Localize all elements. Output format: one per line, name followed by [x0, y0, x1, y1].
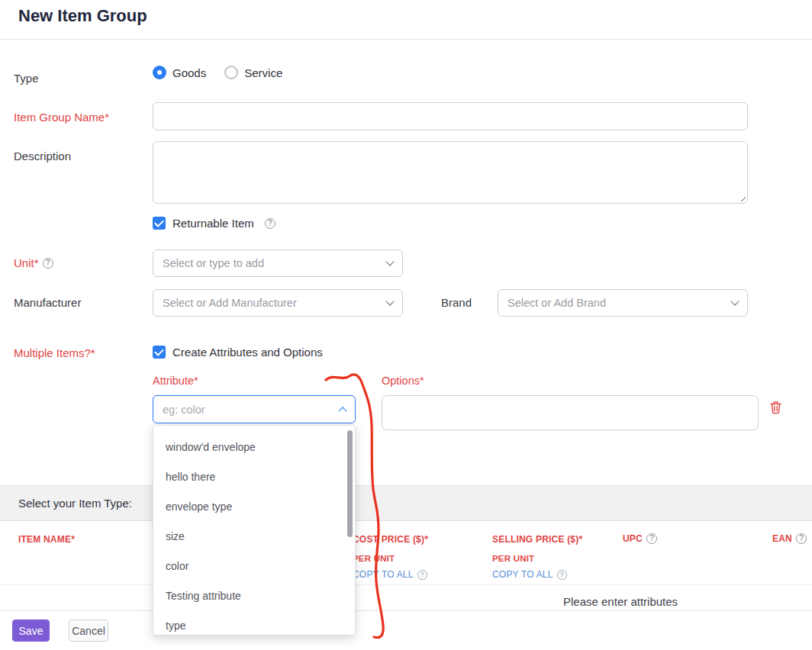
column-header-upc: UPC: [623, 533, 643, 544]
selling-per-unit-label: PER UNIT: [492, 554, 534, 563]
empty-attributes-message: Please enter attributes: [563, 595, 678, 608]
chevron-up-icon: [338, 407, 346, 415]
column-header-ean-wrap: EAN ?: [772, 533, 807, 544]
cost-per-unit-label: PER UNIT: [353, 554, 395, 563]
page-title: New Item Group: [18, 6, 147, 26]
brand-placeholder: Select or Add Brand: [508, 297, 732, 309]
table-header-divider: [0, 584, 812, 585]
unit-placeholder: Select or type to add: [163, 257, 387, 269]
dropdown-option[interactable]: size: [153, 521, 355, 551]
create-attributes-checkbox[interactable]: [153, 346, 166, 359]
attribute-combobox[interactable]: eg: color: [153, 395, 356, 423]
type-label: Type: [14, 72, 39, 85]
handdrawn-annotation: [0, 0, 812, 650]
options-label: Options*: [382, 375, 424, 387]
dropdown-option[interactable]: hello there: [153, 462, 355, 491]
dropdown-scrollbar[interactable]: [347, 430, 353, 537]
brand-label: Brand: [441, 296, 472, 309]
manufacturer-placeholder: Select or Add Manufacturer: [163, 297, 387, 309]
copy-to-all-help-icon[interactable]: ?: [557, 570, 567, 580]
dropdown-option[interactable]: window'd envelope: [153, 432, 355, 462]
returnable-label: Returnable Item: [172, 217, 254, 230]
column-header-item-name: ITEM NAME*: [18, 534, 75, 545]
returnable-checkbox[interactable]: [153, 217, 166, 230]
copy-to-all-text: COPY TO ALL: [353, 569, 414, 580]
dropdown-option[interactable]: type: [153, 610, 355, 636]
cancel-button[interactable]: Cancel: [69, 619, 108, 642]
chevron-down-icon: [385, 257, 394, 265]
unit-label-row: Unit* ?: [14, 256, 53, 269]
radio-selected-icon: [153, 66, 166, 79]
copy-to-all-text: COPY TO ALL: [492, 569, 553, 580]
cost-copy-to-all-link[interactable]: COPY TO ALL ?: [353, 569, 427, 580]
chevron-down-icon: [730, 297, 739, 305]
create-attributes-row: Create Attributes and Options: [153, 346, 323, 359]
dropdown-option[interactable]: color: [153, 551, 355, 581]
ean-help-icon[interactable]: ?: [796, 533, 807, 544]
attribute-label: Attribute*: [153, 375, 198, 387]
radio-service-label: Service: [244, 66, 282, 79]
radio-unselected-icon: [224, 66, 238, 79]
column-header-selling-price: SELLING PRICE ($)*: [492, 534, 582, 545]
trash-icon: [769, 401, 782, 414]
attribute-dropdown: window'd envelope hello there envelope t…: [153, 425, 356, 636]
footer-divider: [0, 610, 812, 611]
unit-select[interactable]: Select or type to add: [153, 249, 403, 277]
item-group-name-input[interactable]: [153, 102, 748, 130]
multiple-items-label: Multiple Items?*: [14, 346, 95, 359]
manufacturer-select[interactable]: Select or Add Manufacturer: [153, 289, 403, 317]
save-button[interactable]: Save: [12, 619, 50, 642]
description-textarea[interactable]: [153, 141, 748, 204]
item-type-section: Select your Item Type:: [0, 485, 812, 521]
type-radio-group: Goods Service: [153, 66, 282, 79]
page-header: New Item Group: [0, 0, 812, 40]
create-attributes-label: Create Attributes and Options: [172, 346, 323, 359]
returnable-help-icon[interactable]: ?: [265, 218, 276, 229]
unit-label: Unit*: [14, 256, 39, 269]
column-header-ean: EAN: [772, 533, 792, 544]
upc-help-icon[interactable]: ?: [646, 533, 657, 544]
manufacturer-label: Manufacturer: [14, 296, 81, 309]
item-group-name-label: Item Group Name*: [14, 111, 109, 124]
selling-copy-to-all-link[interactable]: COPY TO ALL ?: [492, 569, 567, 580]
new-item-group-page: New Item Group Type Goods Service Item G…: [0, 0, 812, 650]
resize-handle-icon[interactable]: [738, 194, 746, 201]
delete-attribute-button[interactable]: [769, 401, 782, 414]
brand-select[interactable]: Select or Add Brand: [498, 289, 748, 317]
dropdown-option[interactable]: Testing attribute: [153, 581, 355, 610]
options-input[interactable]: [382, 395, 759, 430]
returnable-row: Returnable Item ?: [153, 217, 276, 230]
radio-service[interactable]: Service: [224, 66, 282, 79]
radio-goods[interactable]: Goods: [153, 66, 206, 79]
column-header-upc-wrap: UPC ?: [623, 533, 657, 544]
radio-goods-label: Goods: [172, 66, 206, 79]
copy-to-all-help-icon[interactable]: ?: [417, 570, 427, 580]
item-type-label: Select your Item Type:: [18, 497, 132, 510]
dropdown-option[interactable]: envelope type: [153, 491, 355, 521]
description-label: Description: [14, 150, 71, 162]
unit-help-icon[interactable]: ?: [43, 258, 53, 269]
column-header-cost-price: COST PRICE ($)*: [353, 534, 428, 545]
attribute-placeholder: eg: color: [163, 404, 340, 416]
chevron-down-icon: [385, 297, 394, 305]
